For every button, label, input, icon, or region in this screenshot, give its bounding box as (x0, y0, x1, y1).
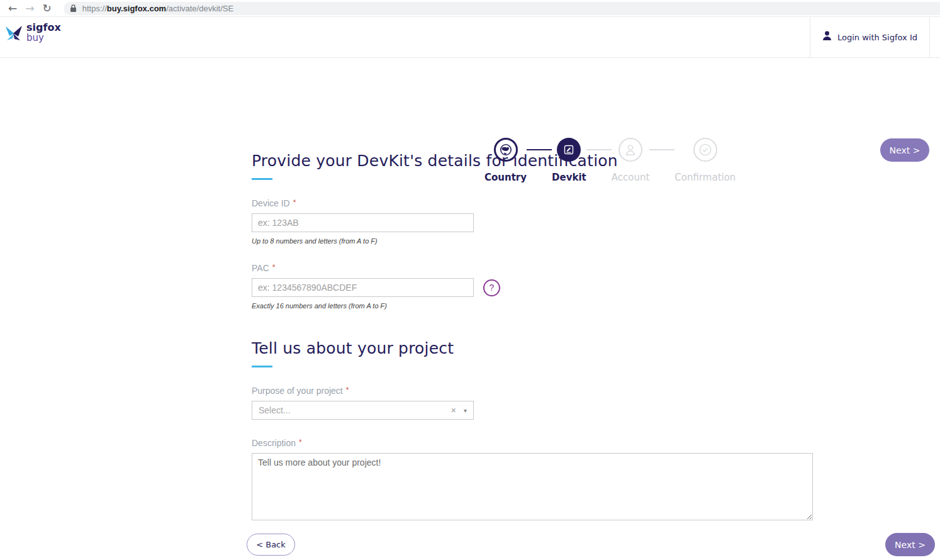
chevron-down-icon[interactable]: ▾ (464, 407, 467, 414)
device-id-label: Device ID* (252, 198, 813, 208)
next-button-top[interactable]: Next > (880, 138, 929, 162)
title-underline (252, 178, 272, 180)
clear-icon[interactable]: × (451, 405, 456, 415)
address-bar[interactable]: https://buy.sigfox.com/activate/devkit/S… (64, 2, 940, 15)
device-id-input[interactable] (252, 213, 474, 232)
back-icon[interactable]: ← (8, 3, 17, 14)
devkit-section-title: Provide your DevKit's details for identi… (252, 152, 813, 170)
logo-subtitle: buy (26, 33, 61, 43)
site-header: sigfox buy Login with Sigfox Id (0, 17, 940, 58)
required-asterisk: * (299, 438, 302, 447)
pac-help-icon[interactable]: ? (483, 279, 500, 296)
title-underline (252, 366, 272, 367)
purpose-select[interactable]: Select... × ▾ (252, 401, 474, 420)
purpose-select-value: Select... (259, 405, 451, 415)
required-asterisk: * (346, 386, 349, 395)
description-label: Description* (252, 438, 813, 448)
description-textarea[interactable] (252, 453, 813, 520)
url-scheme: https:// (82, 4, 107, 13)
refresh-icon[interactable]: ↻ (43, 3, 52, 14)
user-icon (822, 31, 832, 43)
form-content: Provide your DevKit's details for identi… (252, 152, 813, 520)
pac-helper: Exactly 16 numbers and letters (from A t… (252, 302, 813, 310)
project-section-title: Tell us about your project (252, 339, 813, 357)
back-button[interactable]: < Back (247, 534, 295, 556)
butterfly-logo-icon (5, 25, 23, 42)
pac-input[interactable] (252, 278, 474, 297)
url-host: buy.sigfox.com (107, 4, 166, 13)
required-asterisk: * (293, 198, 296, 207)
next-button-bottom[interactable]: Next > (885, 533, 935, 556)
url-text: https://buy.sigfox.com/activate/devkit/S… (82, 4, 233, 13)
pac-label: PAC* (252, 263, 813, 273)
login-button[interactable]: Login with Sigfox Id (810, 17, 930, 57)
sigfox-logo[interactable]: sigfox buy (5, 23, 61, 43)
url-path: /activate/devkit/SE (166, 4, 233, 13)
forward-icon[interactable]: → (25, 3, 34, 14)
main-content: Country Devkit Account (0, 58, 940, 560)
required-asterisk: * (272, 263, 276, 272)
purpose-label: Purpose of your project* (252, 386, 813, 396)
login-label: Login with Sigfox Id (837, 33, 917, 42)
browser-toolbar: ← → ↻ https://buy.sigfox.com/activate/de… (0, 0, 940, 17)
device-id-helper: Up to 8 numbers and letters (from A to F… (252, 237, 813, 245)
lock-icon (70, 4, 77, 13)
